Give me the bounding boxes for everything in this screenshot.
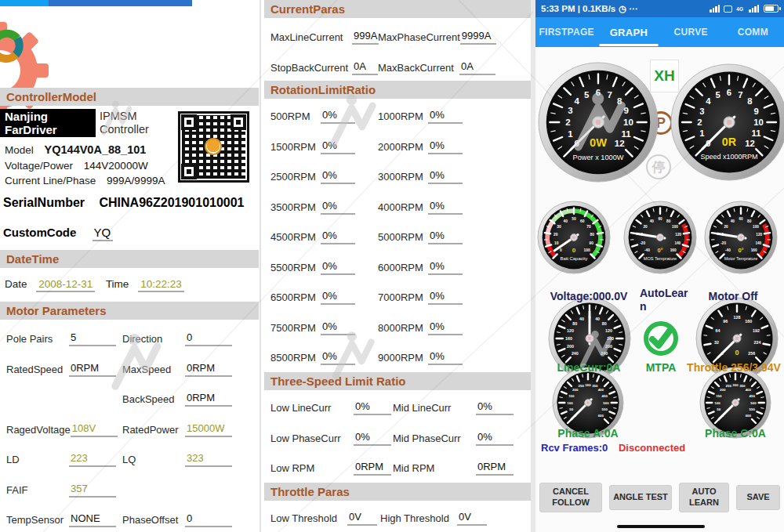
field-value[interactable]: 0% xyxy=(428,289,463,305)
field-value[interactable]: 323 xyxy=(185,451,232,467)
field-value[interactable]: 0% xyxy=(476,430,514,446)
custom-code-value[interactable]: YQ xyxy=(93,226,113,241)
field-value[interactable]: 0% xyxy=(428,259,463,275)
field-value[interactable]: 0% xyxy=(428,108,463,124)
home-indicator[interactable] xyxy=(617,525,705,528)
field-value[interactable]: 0% xyxy=(476,400,514,415)
section-header-current-paras: CurrentParas xyxy=(264,0,532,18)
field-label: 2500RPM xyxy=(270,170,321,184)
field-row: RagedVoltage108VRatedPower15000W xyxy=(6,418,259,437)
save-button[interactable]: SAVE xyxy=(736,485,780,510)
field-value[interactable]: 0% xyxy=(354,400,391,415)
field-pair: RatedPower15000W xyxy=(122,422,232,437)
field-value[interactable]: 0% xyxy=(428,168,463,184)
brand-type: IPMSM Controller xyxy=(100,110,149,136)
svg-text:450: 450 xyxy=(602,394,608,398)
field-value[interactable]: 0V xyxy=(347,510,377,526)
svg-text:160: 160 xyxy=(751,248,757,252)
field-value[interactable]: 0 xyxy=(185,331,232,346)
speed-gauge: 01234567891011120RSpeed x1000RPM xyxy=(670,63,784,184)
svg-text:10: 10 xyxy=(554,241,559,245)
tab-graph[interactable]: GRAPH xyxy=(597,17,659,47)
field-value[interactable]: 0% xyxy=(428,349,463,365)
connection-status: Disconnected xyxy=(619,442,685,454)
field-label: 8000RPM xyxy=(378,321,428,335)
auto-learn-button[interactable]: AUTO LEARN xyxy=(679,483,729,512)
svg-text:450: 450 xyxy=(750,394,756,398)
tab-bar: FIRSTPAGEGRAPHCURVECOMM xyxy=(535,17,784,47)
svg-text:32: 32 xyxy=(714,340,719,345)
tab-firstpage[interactable]: FIRSTPAGE xyxy=(535,17,597,47)
tab-curve[interactable]: CURVE xyxy=(660,17,722,47)
field-value[interactable]: 9999A xyxy=(460,29,496,45)
field-pair: 1500RPM0% xyxy=(270,139,378,154)
field-value[interactable]: 0RPM xyxy=(476,460,514,476)
field-value[interactable]: 0% xyxy=(321,289,355,305)
svg-text:60: 60 xyxy=(580,219,585,223)
field-value[interactable]: 223 xyxy=(69,451,116,467)
field-pair: Mid PhaseCurr0% xyxy=(393,430,514,446)
field-pair: BackSpeed0RPM xyxy=(122,391,232,407)
field-value[interactable]: 5 xyxy=(69,331,116,346)
time-value[interactable]: 10:22:23 xyxy=(138,278,184,292)
svg-text:12: 12 xyxy=(615,139,625,148)
svg-text:128: 128 xyxy=(734,315,741,320)
svg-text:0: 0 xyxy=(572,247,576,254)
field-value[interactable]: 0% xyxy=(321,139,355,154)
field-value[interactable]: 0% xyxy=(321,349,355,365)
field-value[interactable]: 0RPM xyxy=(69,361,116,377)
tab-comm[interactable]: COMM xyxy=(722,17,784,47)
field-row: Low Threshold0VHigh Threshold0V xyxy=(270,507,532,526)
field-pair: High Threshold0V xyxy=(380,510,487,526)
date-value[interactable]: 2008-12-31 xyxy=(36,278,95,292)
field-value[interactable]: 0% xyxy=(321,168,355,184)
field-value[interactable]: 0% xyxy=(321,320,355,335)
field-value[interactable]: 0RPM xyxy=(185,391,232,407)
phase-c-label: Phase C:0A xyxy=(705,427,766,440)
svg-text:120: 120 xyxy=(605,328,612,333)
field-value[interactable]: 0% xyxy=(354,430,391,446)
field-value[interactable]: 0A xyxy=(352,60,378,75)
cancel-follow-button[interactable]: CANCEL FOLLOW xyxy=(539,483,602,512)
field-value[interactable]: 0V xyxy=(457,510,487,526)
field-value[interactable]: NONE xyxy=(69,512,116,527)
section-header-motor-parameters: Motor Parameters xyxy=(0,302,259,320)
field-value[interactable]: 0% xyxy=(321,199,355,215)
svg-text:7: 7 xyxy=(738,90,742,100)
field-value[interactable]: 0% xyxy=(428,320,463,335)
field-value[interactable]: 0A xyxy=(459,60,495,75)
field-value[interactable]: 357 xyxy=(69,482,116,498)
svg-text:-40: -40 xyxy=(725,248,731,252)
field-value[interactable]: 0% xyxy=(428,199,463,215)
svg-text:0: 0 xyxy=(560,248,562,252)
field-value[interactable]: 15000W xyxy=(185,422,232,437)
field-value[interactable]: 0% xyxy=(321,108,355,124)
field-pair: 7500RPM0% xyxy=(270,320,378,335)
field-value[interactable]: 0RPM xyxy=(354,460,391,476)
field-value[interactable]: 0% xyxy=(321,229,355,244)
field-label: StopBackCurrent xyxy=(270,61,352,75)
field-value[interactable]: 0% xyxy=(428,229,463,244)
field-value[interactable]: 0RPM xyxy=(185,361,232,377)
svg-text:11: 11 xyxy=(752,128,761,138)
field-row: Low PhaseCurr0%Mid PhaseCurr0% xyxy=(270,427,532,446)
svg-text:150: 150 xyxy=(568,394,575,398)
field-value[interactable]: 0% xyxy=(428,139,463,154)
field-label: 4500RPM xyxy=(270,230,321,244)
field-label: PhaseOffset xyxy=(122,513,185,527)
svg-text:70: 70 xyxy=(586,225,591,229)
field-pair: RatedSpeed0RPM xyxy=(6,361,122,377)
svg-text:120: 120 xyxy=(675,233,681,237)
svg-text:0°: 0° xyxy=(738,247,743,254)
svg-text:150: 150 xyxy=(716,394,722,398)
field-value[interactable]: 0% xyxy=(321,259,355,275)
angle-test-button[interactable]: ANGLE TEST xyxy=(609,485,672,510)
field-label: LD xyxy=(6,453,69,467)
field-value[interactable]: 0 xyxy=(185,512,232,527)
svg-text:3: 3 xyxy=(699,107,704,116)
field-value[interactable]: 108V xyxy=(71,422,118,437)
field-value[interactable]: 999A xyxy=(352,29,379,45)
svg-text:200: 200 xyxy=(572,388,579,392)
field-pair: LD223 xyxy=(6,451,122,467)
svg-text:-20: -20 xyxy=(720,241,726,245)
